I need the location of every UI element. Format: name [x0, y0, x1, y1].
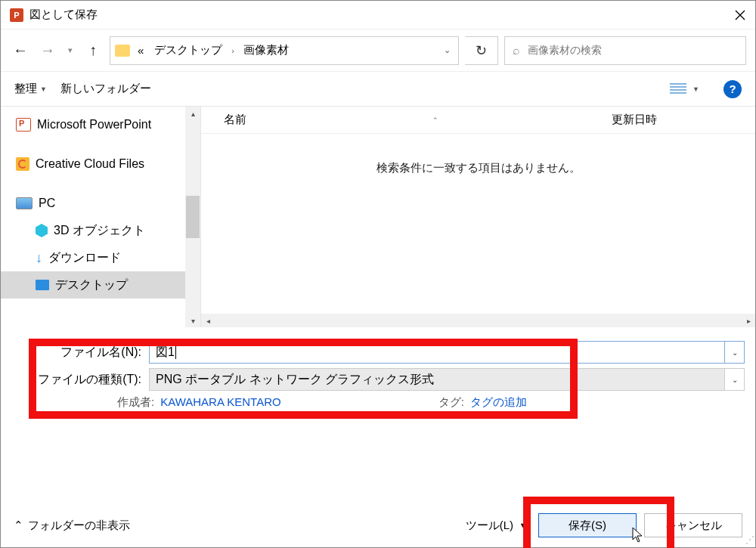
forward-button[interactable]: →: [37, 40, 58, 61]
scroll-up-icon[interactable]: ▴: [185, 107, 200, 120]
view-mode-button[interactable]: ▼: [670, 83, 699, 95]
sidebar-item-pc[interactable]: PC: [1, 190, 200, 217]
download-icon: ↓: [36, 250, 42, 266]
sidebar-item-downloads[interactable]: ↓ ダウンロード: [1, 244, 200, 271]
cancel-button[interactable]: キャンセル: [644, 513, 742, 537]
sidebar-item-label: Microsoft PowerPoint: [37, 118, 151, 132]
sidebar-item-label: 3D オブジェクト: [54, 223, 145, 239]
refresh-button[interactable]: ↻: [465, 36, 498, 65]
body-split: Microsoft PowerPoint Creative Cloud File…: [1, 107, 755, 327]
desktop-icon: [36, 280, 49, 290]
column-date[interactable]: 更新日時: [612, 113, 755, 127]
horizontal-scrollbar[interactable]: ◂ ▸: [201, 314, 755, 327]
bottom-bar: ⌃ フォルダーの非表示 ツール(L) ▼ 保存(S) キャンセル ⋰: [0, 503, 756, 548]
search-input[interactable]: ⌕ 画像素材の検索: [504, 36, 746, 65]
organize-button[interactable]: 整理▼: [14, 82, 47, 96]
sidebar-item-desktop[interactable]: デスクトップ: [1, 271, 200, 299]
tag-label: タグ:: [438, 395, 464, 410]
filetype-dropdown[interactable]: ⌄: [725, 368, 745, 391]
toolbar: 整理▼ 新しいフォルダー ▼ ?: [1, 72, 755, 107]
sidebar-item-creative-cloud[interactable]: Creative Cloud Files: [1, 150, 200, 178]
up-button[interactable]: ↑: [82, 40, 104, 61]
sidebar-item-label: PC: [39, 197, 55, 210]
nav-row: ← → ▾ ↑ « デスクトップ › 画像素材 ⌄ ↻ ⌕ 画像素材の検索: [1, 29, 755, 72]
dialog-title: 図として保存: [29, 8, 98, 22]
filename-dropdown[interactable]: ⌄: [725, 341, 745, 364]
save-button[interactable]: 保存(S): [538, 513, 637, 537]
hide-folders-button[interactable]: ⌃ フォルダーの非表示: [14, 519, 130, 533]
filetype-row: ファイルの種類(T): PNG ポータブル ネットワーク グラフィックス形式 ⌄: [11, 368, 745, 391]
column-name[interactable]: 名前: [224, 113, 246, 127]
resize-grip-icon[interactable]: ⋰: [745, 534, 753, 545]
pc-icon: [16, 197, 33, 209]
empty-message: 検索条件に一致する項目はありません。: [201, 134, 755, 175]
sidebar-item-powerpoint[interactable]: Microsoft PowerPoint: [1, 111, 200, 138]
save-fields: ファイル名(N): 図1 ⌄ ファイルの種類(T): PNG ポータブル ネット…: [1, 327, 755, 416]
powerpoint-icon: P: [10, 8, 23, 22]
crumb-prefix: «: [135, 44, 147, 57]
filename-row: ファイル名(N): 図1 ⌄: [11, 341, 745, 364]
help-button[interactable]: ?: [723, 80, 742, 98]
recent-dropdown[interactable]: ▾: [64, 40, 76, 61]
chevron-down-icon: ▼: [40, 85, 47, 93]
titlebar: P 図として保存: [1, 1, 755, 29]
scroll-down-icon[interactable]: ▾: [185, 314, 200, 327]
author-value[interactable]: KAWAHARA KENTARO: [160, 395, 280, 410]
filetype-combo[interactable]: PNG ポータブル ネットワーク グラフィックス形式: [149, 368, 725, 391]
chevron-down-icon: ▼: [519, 522, 526, 529]
scroll-left-icon[interactable]: ◂: [201, 317, 215, 325]
crumb-desktop[interactable]: デスクトップ: [151, 43, 225, 57]
scroll-thumb[interactable]: [186, 196, 200, 238]
creative-cloud-icon: [16, 157, 29, 171]
cube-icon: [36, 224, 48, 237]
sidebar: Microsoft PowerPoint Creative Cloud File…: [1, 107, 201, 327]
tools-button[interactable]: ツール(L) ▼: [461, 519, 531, 533]
cursor-icon: [632, 527, 644, 543]
back-button[interactable]: ←: [10, 40, 31, 61]
breadcrumb-expand[interactable]: ⌄: [435, 37, 458, 64]
filename-input[interactable]: 図1: [149, 341, 725, 364]
sort-indicator-icon: ⌃: [432, 116, 438, 124]
tag-value[interactable]: タグの追加: [470, 395, 527, 410]
sidebar-item-label: デスクトップ: [55, 277, 128, 293]
sidebar-item-label: Creative Cloud Files: [36, 157, 144, 171]
scroll-right-icon[interactable]: ▸: [742, 317, 755, 325]
file-list-pane: 名前 ⌃ 更新日時 検索条件に一致する項目はありません。 ◂ ▸: [201, 107, 755, 327]
chevron-right-icon: ›: [230, 46, 236, 55]
sidebar-item-3d-objects[interactable]: 3D オブジェクト: [1, 217, 200, 244]
filename-label: ファイル名(N):: [11, 345, 149, 361]
filetype-label: ファイルの種類(T):: [11, 372, 149, 388]
powerpoint-file-icon: [16, 118, 31, 132]
breadcrumb[interactable]: « デスクトップ › 画像素材 ⌄: [110, 36, 459, 65]
meta-row: 作成者: KAWAHARA KENTARO タグ: タグの追加: [11, 395, 745, 410]
chevron-up-icon: ⌃: [14, 519, 23, 532]
close-button[interactable]: [731, 6, 749, 24]
search-icon: ⌕: [513, 44, 520, 57]
search-placeholder: 画像素材の検索: [528, 44, 602, 57]
crumb-folder[interactable]: 画像素材: [240, 43, 292, 57]
new-folder-button[interactable]: 新しいフォルダー: [60, 82, 151, 96]
author-label: 作成者:: [117, 395, 154, 410]
chevron-down-icon: ▼: [692, 85, 699, 93]
column-headers: 名前 ⌃ 更新日時: [201, 107, 755, 134]
sidebar-item-label: ダウンロード: [48, 250, 121, 266]
sidebar-scrollbar[interactable]: ▴ ▾: [185, 107, 200, 327]
view-icon: [670, 83, 686, 95]
folder-icon: [115, 45, 130, 57]
